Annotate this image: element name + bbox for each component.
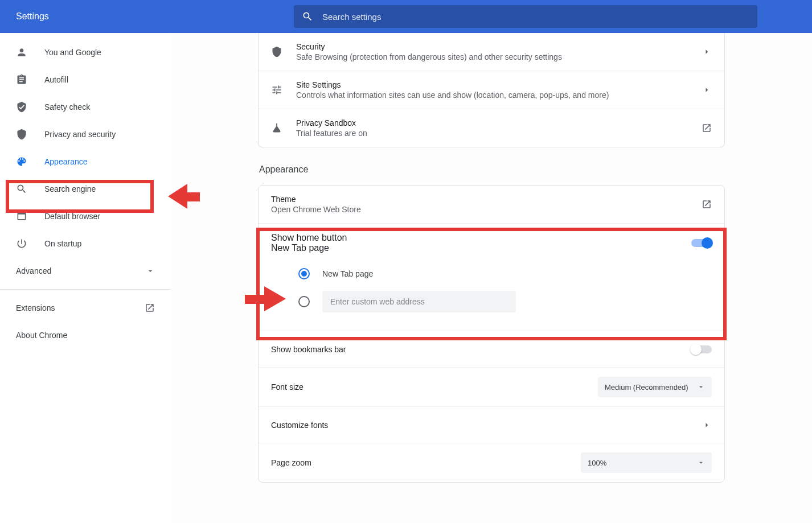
site-settings-row[interactable]: Site Settings Controls what information … (259, 71, 724, 109)
page-zoom-row: Page zoom 100% (259, 443, 724, 482)
sidebar-item-privacy-and-security[interactable]: Privacy and security (0, 121, 171, 148)
text-group: Security Safe Browsing (protection from … (296, 42, 702, 61)
tune-icon (271, 84, 282, 96)
open-external-icon (145, 303, 155, 313)
custom-address-input[interactable] (322, 291, 516, 312)
select-value: 100% (588, 459, 606, 467)
chevron-right-icon (702, 47, 712, 57)
privacy-card: Security Safe Browsing (protection from … (258, 33, 725, 147)
row-title: Privacy Sandbox (296, 118, 702, 127)
open-external-icon (702, 199, 712, 209)
sidebar-label: You and Google (44, 48, 101, 57)
text-group: Theme Open Chrome Web Store (271, 195, 702, 214)
callout-arrow-right (245, 286, 286, 311)
bookmarks-row: Show bookmarks bar (259, 331, 724, 367)
person-icon (16, 47, 27, 58)
search-icon (302, 11, 313, 22)
text-group: Privacy Sandbox Trial features are on (296, 118, 702, 138)
text-group: Show home button New Tab page (271, 233, 691, 253)
sidebar-label: Advanced (16, 266, 51, 275)
header: Settings (0, 0, 812, 33)
sidebar-item-appearance[interactable]: Appearance (0, 148, 171, 175)
row-title: Customize fonts (271, 421, 702, 430)
row-title: Theme (271, 195, 702, 204)
sidebar-label: About Chrome (16, 331, 67, 340)
window-icon (16, 211, 27, 222)
shield-icon (271, 46, 282, 57)
chevron-down-icon (697, 459, 705, 467)
sidebar-label: Privacy and security (44, 130, 116, 139)
row-sub: Open Chrome Web Store (271, 205, 702, 214)
divider (0, 289, 171, 290)
row-title: Site Settings (296, 80, 702, 89)
font-size-select[interactable]: Medium (Recommended) (598, 377, 712, 397)
privacy-sandbox-row[interactable]: Privacy Sandbox Trial features are on (259, 109, 724, 147)
sidebar-item-autofill[interactable]: Autofill (0, 66, 171, 93)
power-icon (16, 238, 27, 249)
select-value: Medium (Recommended) (605, 383, 688, 392)
sidebar-label: Appearance (44, 157, 88, 166)
svg-marker-0 (168, 184, 187, 209)
row-title: Show home button (271, 233, 691, 243)
radio-label: New Tab page (322, 269, 373, 278)
sidebar-extensions[interactable]: Extensions (0, 294, 171, 322)
page-zoom-select[interactable]: 100% (581, 452, 712, 473)
chevron-down-icon (146, 266, 155, 275)
home-button-block: Show home button New Tab page New Tab pa… (259, 223, 724, 331)
row-sub: Trial features are on (296, 129, 702, 138)
sidebar-label: Autofill (44, 75, 68, 84)
sidebar-item-you-and-google[interactable]: You and Google (0, 39, 171, 66)
radio-newtab[interactable] (298, 268, 310, 279)
row-sub: Safe Browsing (protection from dangerous… (296, 52, 702, 61)
sidebar-item-on-startup[interactable]: On startup (0, 230, 171, 257)
settings-title: Settings (9, 11, 294, 22)
sidebar-label: On startup (44, 239, 81, 248)
flask-icon (271, 122, 282, 134)
chevron-right-icon (702, 420, 712, 430)
sidebar-advanced[interactable]: Advanced (0, 257, 171, 285)
shield-icon (16, 129, 27, 140)
appearance-section-title: Appearance (259, 164, 725, 175)
search-settings-box[interactable] (294, 5, 757, 28)
row-title: Page zoom (271, 458, 581, 467)
security-row[interactable]: Security Safe Browsing (protection from … (259, 33, 724, 71)
chevron-down-icon (697, 383, 705, 391)
main-content: Security Safe Browsing (protection from … (171, 33, 812, 523)
radio-custom[interactable] (298, 296, 310, 307)
sidebar-label: Extensions (16, 303, 55, 312)
bookmarks-toggle[interactable] (691, 345, 712, 353)
row-title: Show bookmarks bar (271, 345, 691, 354)
shield-check-icon (16, 101, 27, 113)
row-title: Security (296, 42, 702, 51)
customize-fonts-row[interactable]: Customize fonts (259, 406, 724, 443)
open-external-icon (702, 123, 712, 133)
row-sub: New Tab page (271, 243, 691, 253)
show-home-button-toggle[interactable] (691, 239, 712, 247)
search-input[interactable] (322, 12, 749, 22)
text-group: Site Settings Controls what information … (296, 80, 702, 100)
clipboard-icon (16, 74, 27, 85)
theme-row[interactable]: Theme Open Chrome Web Store (259, 186, 724, 223)
radio-newtab-row: New Tab page (271, 263, 712, 284)
appearance-card: Theme Open Chrome Web Store Show home bu… (258, 185, 725, 483)
font-size-row: Font size Medium (Recommended) (259, 367, 724, 406)
svg-marker-1 (264, 286, 286, 311)
sidebar-label: Default browser (44, 212, 100, 221)
row-sub: Controls what information sites can use … (296, 90, 702, 100)
chevron-right-icon (702, 85, 712, 95)
palette-icon (16, 156, 27, 167)
row-title: Font size (271, 382, 598, 392)
callout-arrow-left (168, 184, 200, 209)
sidebar: You and Google Autofill Safety check Pri… (0, 33, 171, 523)
radio-custom-row (271, 284, 712, 317)
sidebar-label: Safety check (44, 102, 90, 112)
sidebar-about[interactable]: About Chrome (0, 322, 171, 349)
sidebar-label: Search engine (44, 184, 96, 193)
search-icon (16, 183, 27, 195)
sidebar-item-safety-check[interactable]: Safety check (0, 93, 171, 121)
sidebar-item-default-browser[interactable]: Default browser (0, 203, 171, 230)
sidebar-item-search-engine[interactable]: Search engine (0, 175, 171, 203)
